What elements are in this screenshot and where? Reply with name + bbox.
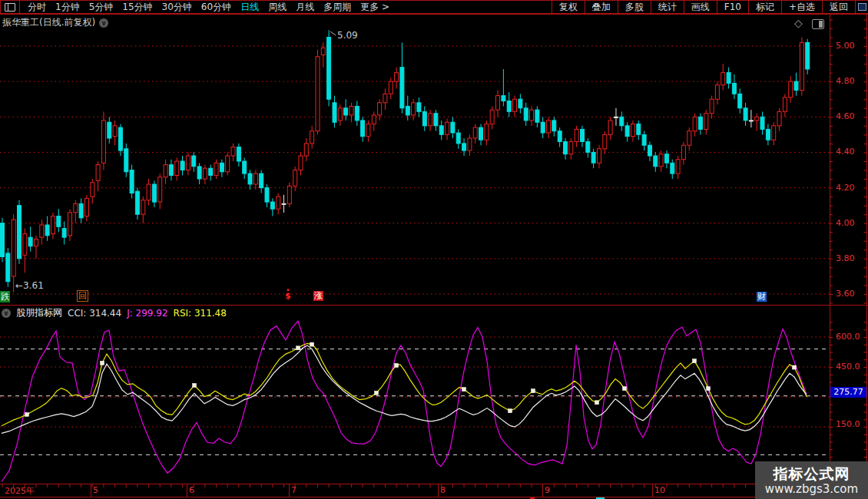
btn-statistics[interactable]: 统计 [651, 1, 684, 13]
top-menu-bar: 分时1分钟5分钟15分钟30分钟60分钟日线周线月线多周期更多 > 复权叠加多股… [0, 0, 868, 14]
chart-title-row: 振华重工(日线.前复权) ∨ [2, 16, 108, 29]
arrow-left-icon: ← [15, 280, 23, 291]
window-controls-button[interactable] [855, 1, 868, 13]
tab-5min[interactable]: 5分钟 [84, 1, 118, 14]
price-axis-label: 4.80 [836, 76, 855, 86]
j-line-marker [395, 363, 399, 367]
j-line-marker [623, 387, 627, 391]
window-icon [5, 3, 15, 12]
tools-menu: 复权叠加多股统计画线F10标记+自选返回 [552, 1, 868, 13]
indicator-axis-label: 150.0 [836, 419, 860, 429]
price-axis-label: 4.00 [836, 218, 855, 228]
chart-canvas [0, 0, 868, 499]
j-line [2, 343, 807, 425]
btn-f10[interactable]: F10 [717, 1, 748, 13]
price-axis-label: 3.60 [836, 289, 855, 299]
indicator-collapse-icon[interactable]: ∨ [2, 309, 11, 318]
tab-minute-chart[interactable]: 分时 [23, 1, 51, 14]
x-label-may[interactable]: 5 [93, 485, 98, 495]
trading-app-window: 分时1分钟5分钟15分钟30分钟60分钟日线周线月线多周期更多 > 复权叠加多股… [0, 0, 868, 499]
chevron-down-icon[interactable]: ∨ [99, 18, 108, 28]
event-badge-finance-report[interactable]: 财 [757, 292, 767, 302]
btn-mark[interactable]: 标记 [748, 1, 781, 13]
event-badge-fall[interactable]: 跌 [0, 291, 10, 302]
btn-overlay[interactable]: 叠加 [585, 1, 618, 13]
pane-layout-icon[interactable] [812, 19, 824, 29]
indicator-source-label: 股朋指标网 [16, 306, 62, 319]
btn-multi-stock[interactable]: 多股 [618, 1, 651, 13]
x-label-aug[interactable]: 8 [440, 485, 446, 495]
price-axis-label: 3.80 [836, 253, 855, 263]
j-line-marker [25, 412, 29, 416]
j-line-marker [297, 346, 300, 350]
x-label-jun[interactable]: 6 [189, 485, 194, 495]
j-line-marker [462, 388, 466, 392]
j-line-marker [509, 409, 512, 413]
indicator-axis-label: 600.0 [836, 332, 860, 342]
high-annotation-line [330, 31, 336, 35]
watermark: 指标公式网 www.zbgs3.com [755, 461, 868, 499]
j-line-marker [707, 387, 711, 391]
indicator-axis-label: 450.0 [836, 362, 860, 372]
btn-add-watchlist[interactable]: +自选 [781, 1, 822, 13]
cci-line [2, 321, 807, 481]
rsi-line [2, 345, 807, 433]
j-line-marker [193, 383, 197, 387]
j-line-marker [375, 391, 379, 395]
tab-1min[interactable]: 1分钟 [51, 1, 84, 14]
tab-multi-period[interactable]: 多周期 [319, 1, 356, 14]
j-line-marker [793, 365, 797, 369]
x-label-year[interactable]: 2025年 [5, 485, 35, 497]
event-badge-dividend[interactable]: ▴$ [285, 288, 291, 300]
tab-30min[interactable]: 30分钟 [157, 1, 197, 14]
j-line-marker [532, 389, 535, 393]
j-line-marker [693, 359, 697, 363]
x-label-jul[interactable]: 7 [291, 485, 297, 495]
price-axis-label: 5.00 [836, 41, 855, 51]
indicator-header: ∨ 股朋指标网 CCI: 314.44 J: 299.92 RSI: 311.4… [2, 306, 227, 319]
tab-monthly[interactable]: 月线 [291, 1, 319, 14]
price-axis-label: 4.40 [836, 147, 855, 157]
x-label-sep[interactable]: 9 [545, 485, 550, 495]
window-menu-button[interactable] [0, 1, 20, 13]
tab-weekly[interactable]: 周线 [263, 1, 291, 14]
high-price-annotation: 5.09 [337, 30, 358, 41]
price-axis-label: 4.60 [836, 111, 855, 121]
tab-daily[interactable]: 日线 [236, 1, 263, 14]
j-line-marker [310, 342, 314, 346]
x-label-oct[interactable]: 10 [654, 485, 665, 495]
watermark-url: www.zbgs3.com [765, 482, 858, 496]
cci-value-label: CCI: 314.44 [68, 308, 121, 319]
btn-adjust[interactable]: 复权 [552, 1, 585, 13]
tab-15min[interactable]: 15分钟 [118, 1, 157, 14]
page-title: 振华重工(日线.前复权) [2, 16, 95, 29]
period-menu: 分时1分钟5分钟15分钟30分钟60分钟日线周线月线多周期更多 > [23, 1, 394, 14]
j-line-marker [595, 401, 599, 405]
j-line-marker [101, 361, 104, 365]
diamond-mark-icon[interactable]: ◇ [794, 17, 803, 29]
low-price-annotation: ←3.61 [15, 280, 44, 291]
tab-more[interactable]: 更多 > [356, 1, 394, 14]
candlestick-series [1, 30, 810, 292]
j-value-label: J: 299.92 [127, 308, 167, 319]
event-badge-rise[interactable]: 涨 [313, 291, 323, 301]
rsi-value-label: RSI: 311.48 [174, 308, 227, 319]
btn-draw-line[interactable]: 画线 [684, 1, 717, 13]
tab-60min[interactable]: 60分钟 [197, 1, 236, 14]
watermark-site-name: 指标公式网 [774, 465, 850, 482]
event-badge-callback[interactable]: 回 [77, 290, 88, 302]
mini-window-icon [858, 3, 866, 11]
current-value-badge: 275.77 [830, 387, 866, 398]
price-axis-label: 4.20 [836, 183, 855, 193]
btn-back[interactable]: 返回 [822, 1, 855, 13]
